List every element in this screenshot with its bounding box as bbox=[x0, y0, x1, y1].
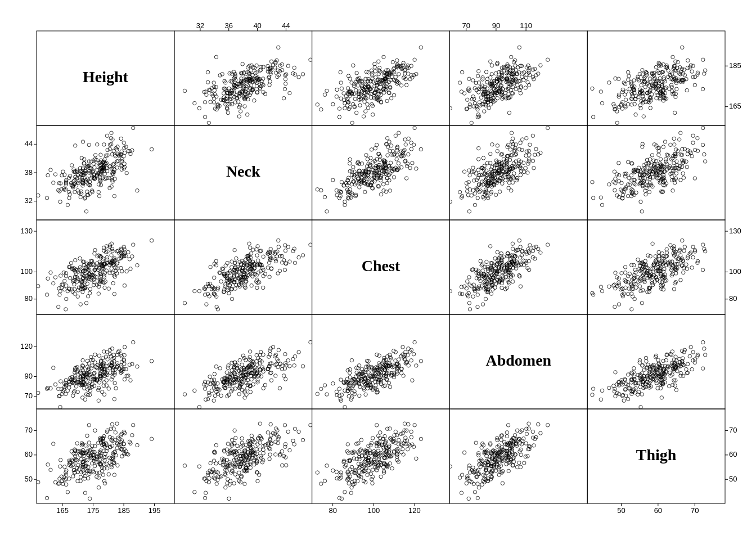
plot-area bbox=[0, 0, 756, 540]
